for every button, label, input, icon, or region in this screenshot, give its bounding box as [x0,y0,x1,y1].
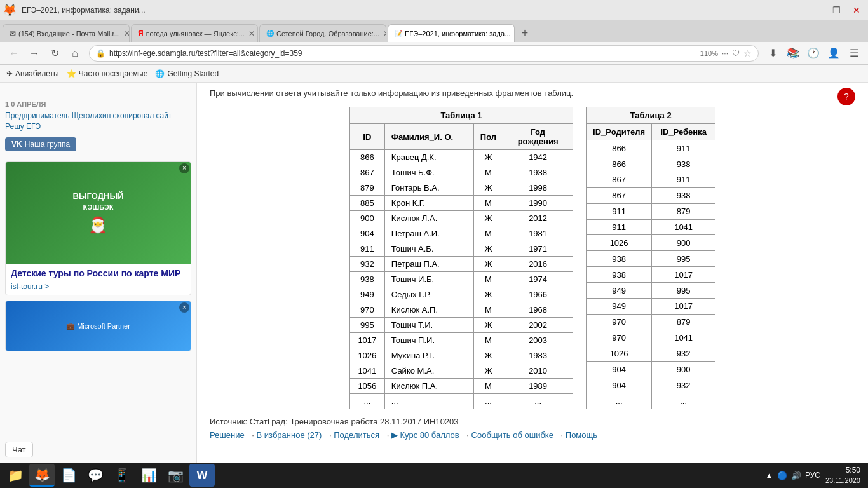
url-bar[interactable]: 🔒 https://inf-ege.sdamgia.ru/test?filter… [89,45,759,62]
zoom-level: 110% [700,50,718,57]
table-cell: 911 [587,203,652,219]
history-button[interactable]: 🕐 [804,44,822,62]
chat-button[interactable]: Чат [5,442,33,458]
table-cell: 1983 [503,348,573,363]
ad-link-text[interactable]: ist-tour.ru > [11,282,49,291]
table-row: 938995 [587,251,715,267]
restore-button[interactable]: ❐ [827,1,845,19]
table-cell: 1968 [503,302,573,318]
table-row: 9111041 [587,219,715,235]
table-cell: 2010 [503,363,573,379]
table-cell: Мухина Р.Г. [384,348,473,363]
tab-network[interactable]: 🌐 Сетевой Город. Образование:... ✕ [259,24,386,42]
close-button[interactable]: ✕ [848,1,865,19]
taskbar-viber[interactable]: 📱 [109,464,135,487]
new-tab-button[interactable]: + [516,24,534,42]
bookmark-getting-started[interactable]: 🌐 Getting Started [155,69,219,78]
tables-container: Таблица 1 ID Фамилия_И. О. Пол Год рожде… [210,107,855,409]
table-cell: 1026 [349,348,384,363]
table-row: 911Тошич А.Б.Ж1971 [349,241,573,257]
tab-ege-close[interactable]: ✕ [514,29,515,38]
separator-3: · [387,430,390,440]
star-icon[interactable]: ☆ [743,48,752,58]
table-cell: 1056 [349,379,384,394]
table-cell: Тошич П.И. [384,333,473,348]
ad2-content: 💼 Microsoft Partner [66,322,130,330]
help-icon[interactable]: ? [837,88,855,105]
table-cell: 2003 [503,333,573,348]
ad-link[interactable]: ist-tour.ru > [6,280,191,295]
forward-button[interactable]: → [25,44,43,62]
table-row: 1017Тошич П.И.М2003 [349,333,573,348]
tab-ege[interactable]: 📝 ЕГЭ–2021, информатика: зада... ✕ [388,24,515,42]
table-cell: Тошич Т.И. [384,318,473,333]
solution-link[interactable]: Решение [210,430,245,440]
table-cell: Кислюк Л.А. [384,211,473,226]
table-cell: Кислюк А.П. [384,302,473,318]
back-button[interactable]: ← [5,44,23,62]
share-link[interactable]: Поделиться [334,430,379,440]
taskbar-files[interactable]: 📁 [3,464,28,487]
mail-tab-icon: ✉ [10,29,16,38]
table-cell: Ж [473,257,503,272]
flights-icon: ✈ [6,69,13,78]
ad2-close-button[interactable]: × [179,302,189,313]
sound-icon: 🔊 [791,471,801,480]
report-error-link[interactable]: Сообщить об ошибке [471,430,553,440]
taskbar-whatsapp[interactable]: 💬 [83,464,108,487]
table-row: 9491017 [587,298,715,314]
table-cell: 900 [349,211,384,226]
taskbar-word[interactable]: W [189,464,215,487]
tab-mail[interactable]: ✉ (154) Входящие - Почта Mail.r... ✕ [3,24,130,42]
table-cell: 1966 [503,287,573,302]
table-cell: Седых Г.Р. [384,287,473,302]
table-cell: Кравец Д.К. [384,150,473,165]
bookmark-flights-label: Авиабилеты [15,69,59,78]
table-row: 900Кислюк Л.А.Ж2012 [349,211,573,226]
taskbar-firefox[interactable]: 🦊 [29,464,55,487]
table-cell: Ж [473,241,503,257]
news-date: 1 0 АПРЕЛЯ [5,100,191,108]
table-cell: М [473,333,503,348]
bookmark-flights[interactable]: ✈ Авиабилеты [6,69,59,78]
tab-mail-close[interactable]: ✕ [124,29,130,38]
table-row: 866911 [587,140,715,156]
system-tray: ▲ 🔵 🔊 РУС [765,471,820,480]
table-cell: 867 [587,172,652,187]
table1-col-name: Фамилия_И. О. [384,124,473,150]
tab-yandex-label: погода ульяновск — Яндекс:... [146,30,245,37]
taskbar-chart[interactable]: 📊 [136,464,161,487]
reload-button[interactable]: ↻ [46,44,64,62]
minimize-button[interactable]: — [807,1,825,19]
table-cell: 1981 [503,226,573,241]
taskbar-pdf[interactable]: 📄 [56,464,81,487]
download-button[interactable]: ⬇ [764,44,782,62]
favorites-link[interactable]: В избранное (27) [257,430,322,440]
table-cell: М [473,226,503,241]
table-cell: Сайко М.А. [384,363,473,379]
table-row: 938Тошич И.Б.М1974 [349,272,573,287]
menu-button[interactable]: ☰ [845,44,863,62]
tab-yandex-close[interactable]: ✕ [248,29,255,38]
news-title[interactable]: Предприниматель Щеголихин скопировал сай… [5,111,191,132]
ad-close-button[interactable]: × [179,163,189,173]
account-button[interactable]: 👤 [825,44,843,62]
table-cell: Ж [473,150,503,165]
bookmarks-button[interactable]: 📚 [784,44,802,62]
frequent-icon: ⭐ [67,69,76,78]
table-row: 970879 [587,314,715,330]
bookmark-frequent[interactable]: ⭐ Часто посещаемые [67,69,148,78]
course-link[interactable]: ▶ Курс 80 баллов [391,430,459,440]
table-cell: 879 [652,314,715,330]
separator-5: · [561,430,564,440]
browser-title: ЕГЭ–2021, информатика: задани... [22,6,146,15]
home-button[interactable]: ⌂ [66,44,84,62]
tab-network-close[interactable]: ✕ [383,29,386,38]
taskbar-camera[interactable]: 📷 [163,464,188,487]
table-cell: 1041 [349,363,384,379]
url-text: https://inf-ege.sdamgia.ru/test?filter=a… [109,49,696,58]
vk-group-button[interactable]: VK Наша группа [5,137,76,151]
tab-yandex[interactable]: Я погода ульяновск — Яндекс:... ✕ [131,24,258,42]
table-cell: Ж [473,180,503,196]
help-link[interactable]: Помощь [566,430,597,440]
